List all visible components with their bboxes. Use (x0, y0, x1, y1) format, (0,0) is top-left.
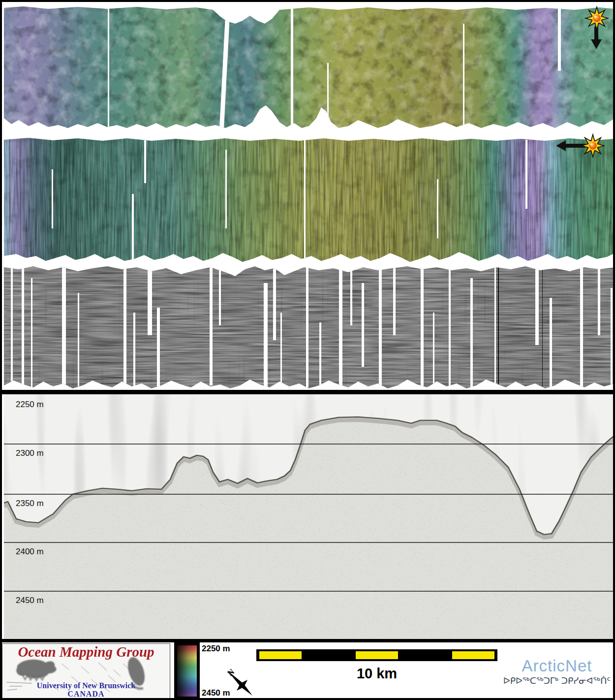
depth-label-2400: 2400 m (16, 547, 44, 556)
depth-label-2300: 2300 m (16, 448, 44, 458)
colorbar (174, 642, 200, 700)
bathymetry-shaded-panel (4, 4, 615, 130)
arcticnet-wordmark: ArcticNet (500, 658, 614, 675)
arcticnet-block: ArcticNet ᐅᑭᐅᖅᑕᖅᑐᒥᒃ ᑐᑭᓯᓂᐊᖅᑏᑦ (500, 658, 614, 686)
panel-divider-bottom (2, 639, 615, 642)
sun-left-arrow-icon (551, 133, 615, 162)
omg-logo: Ocean Mapping Group University of New Br… (2, 643, 170, 700)
figure-canvas: 2250 m 2300 m 2350 m 2400 m 2450 m (0, 0, 615, 700)
logo-title: Ocean Mapping Group (2, 644, 170, 660)
logo-country: CANADA (2, 690, 170, 699)
scale-bar (256, 649, 497, 661)
panel-divider-top (2, 390, 615, 394)
depth-label-2450: 2450 m (16, 596, 44, 605)
backscatter-panel (4, 263, 615, 390)
arcticnet-inuktitut: ᐅᑭᐅᖅᑕᖅᑐᒥᒃ ᑐᑭᓯᓂᐊᖅᑏᑦ (500, 675, 614, 686)
depth-label-2350: 2350 m (16, 499, 44, 508)
north-arrow-icon: N (221, 663, 263, 700)
depth-label-2250: 2250 m (16, 400, 44, 409)
footer: Ocean Mapping Group University of New Br… (2, 642, 613, 700)
colorbar-gradient (177, 645, 197, 697)
subbottom-profile-panel: 2250 m 2300 m 2350 m 2400 m 2450 m (4, 394, 615, 639)
sun-down-arrow-icon (583, 5, 612, 54)
scale-bar-label: 10 km (312, 666, 442, 682)
north-label: N (226, 667, 237, 678)
colorbar-top-label: 2250 m (202, 644, 230, 654)
bathymetry-striped-panel (4, 135, 615, 263)
logo-university: University of New Brunswick (2, 681, 170, 690)
